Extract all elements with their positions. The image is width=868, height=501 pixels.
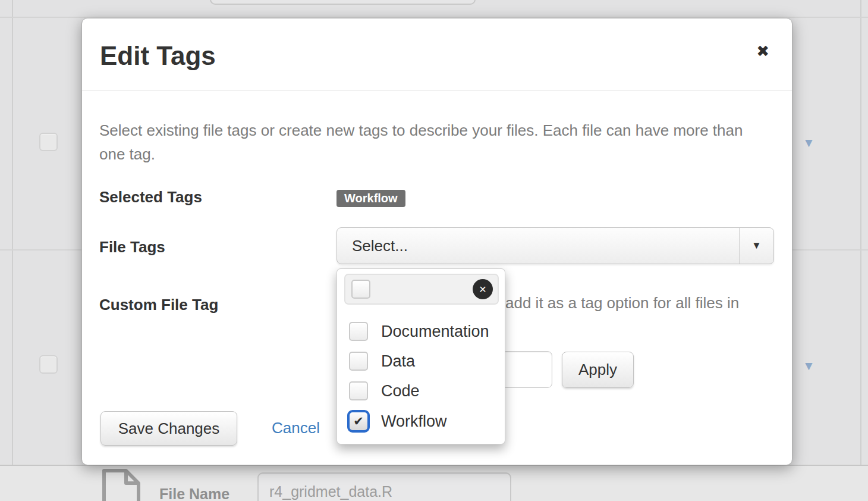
file-tags-select[interactable]: Select... ▼ xyxy=(336,227,774,264)
option-label: Workflow xyxy=(381,412,447,431)
file-name-label: File Name xyxy=(159,486,229,501)
backdrop-filename-input-partial xyxy=(210,0,476,5)
dropdown-option-documentation[interactable]: Documentation xyxy=(337,317,505,346)
checkbox-icon[interactable] xyxy=(349,352,368,371)
dropdown-option-code[interactable]: Code xyxy=(337,376,505,406)
backdrop-row-checkbox[interactable] xyxy=(39,133,58,151)
option-label: Code xyxy=(381,382,420,400)
select-all-checkbox[interactable] xyxy=(351,280,370,299)
file-tags-label: File Tags xyxy=(99,238,165,256)
file-tags-select-caret-button[interactable]: ▼ xyxy=(739,228,773,264)
custom-file-tag-help-text: add it as a tag option for all files in xyxy=(505,294,779,312)
header-divider xyxy=(82,90,792,91)
caret-down-icon: ▼ xyxy=(751,240,762,252)
file-name-input[interactable]: r4_gridmet_data.R xyxy=(257,472,511,501)
clear-filter-icon[interactable]: ✕ xyxy=(473,279,493,299)
dropdown-filter-bar: ✕ xyxy=(344,274,499,305)
cancel-link[interactable]: Cancel xyxy=(272,419,320,437)
backdrop-table-right-border xyxy=(860,0,861,501)
screen: ▼ ▼ File Name r4_gridmet_data.R Edit Tag… xyxy=(0,0,868,501)
backdrop-row-checkbox[interactable] xyxy=(39,355,58,374)
file-tags-dropdown-menu: ✕ Documentation Data Code ✔ Workflow xyxy=(336,268,505,444)
checkbox-icon[interactable] xyxy=(349,322,368,341)
dropdown-option-workflow[interactable]: ✔ Workflow xyxy=(337,406,505,436)
chevron-down-icon[interactable]: ▼ xyxy=(803,359,815,372)
modal-title: Edit Tags xyxy=(100,41,216,71)
option-label: Documentation xyxy=(381,322,489,341)
save-changes-button[interactable]: Save Changes xyxy=(100,411,237,446)
close-icon[interactable]: ✖ xyxy=(756,43,769,59)
backdrop-table-left-border xyxy=(12,0,13,501)
chevron-down-icon[interactable]: ▼ xyxy=(803,136,815,149)
selected-tags-label: Selected Tags xyxy=(99,188,202,206)
modal-description: Select existing file tags or create new … xyxy=(99,118,766,166)
edit-tags-modal: Edit Tags ✖ Select existing file tags or… xyxy=(81,18,792,465)
selected-tag-badge: Workflow xyxy=(336,190,405,207)
checkbox-icon[interactable] xyxy=(349,381,368,400)
option-label: Data xyxy=(381,352,415,371)
dropdown-option-data[interactable]: Data xyxy=(337,346,505,376)
custom-file-tag-label: Custom File Tag xyxy=(99,296,218,314)
checkbox-checked-icon[interactable]: ✔ xyxy=(347,410,370,433)
file-icon xyxy=(101,468,141,501)
file-tags-select-value: Select... xyxy=(352,228,408,264)
apply-button[interactable]: Apply xyxy=(562,352,634,388)
